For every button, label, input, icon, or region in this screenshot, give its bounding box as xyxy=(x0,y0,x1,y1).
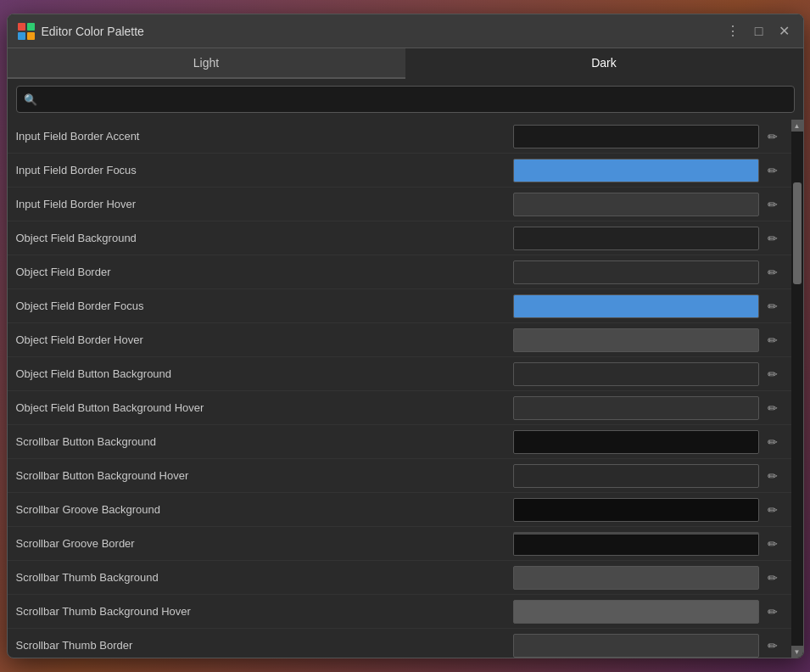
color-swatch[interactable] xyxy=(513,227,759,250)
color-swatch[interactable] xyxy=(513,600,759,624)
item-label: Scrollbar Groove Border xyxy=(16,537,513,550)
item-label: Scrollbar Thumb Background xyxy=(16,571,513,584)
scrollbar-thumb[interactable] xyxy=(793,182,802,284)
list-item: Scrollbar Groove Background✏ xyxy=(8,493,791,527)
color-swatch[interactable] xyxy=(513,362,759,386)
eyedropper-button[interactable]: ✏ xyxy=(763,296,783,316)
search-bar: 🔍 xyxy=(8,79,803,120)
tab-light[interactable]: Light xyxy=(8,48,405,79)
list-item: Scrollbar Thumb Background✏ xyxy=(8,561,791,595)
swatch-wrapper: ✏ xyxy=(513,328,783,352)
color-swatch[interactable] xyxy=(513,634,759,658)
swatch-wrapper: ✏ xyxy=(513,125,783,148)
list-item: Object Field Button Background Hover✏ xyxy=(8,391,791,425)
item-label: Object Field Border xyxy=(16,266,513,278)
color-swatch[interactable] xyxy=(513,125,759,148)
list-item: Scrollbar Thumb Border✏ xyxy=(8,629,791,658)
swatch-wrapper: ✏ xyxy=(513,532,783,556)
color-swatch[interactable] xyxy=(513,260,759,284)
eyedropper-button[interactable]: ✏ xyxy=(763,330,783,350)
tab-dark[interactable]: Dark xyxy=(405,48,803,79)
swatch-wrapper: ✏ xyxy=(513,260,783,284)
item-label: Object Field Background xyxy=(16,232,513,244)
title-bar-left: Editor Color Palette xyxy=(18,23,144,40)
item-label: Scrollbar Thumb Background Hover xyxy=(16,605,513,618)
swatch-wrapper: ✏ xyxy=(513,600,783,624)
swatch-wrapper: ✏ xyxy=(513,464,783,488)
list-item: Input Field Border Hover✏ xyxy=(8,188,791,221)
eyedropper-button[interactable]: ✏ xyxy=(763,126,783,147)
search-wrapper: 🔍 xyxy=(16,86,795,113)
swatch-wrapper: ✏ xyxy=(513,396,783,420)
eyedropper-button[interactable]: ✏ xyxy=(763,568,783,588)
item-label: Object Field Border Focus xyxy=(16,300,513,312)
color-swatch[interactable] xyxy=(513,328,759,352)
item-label: Scrollbar Groove Background xyxy=(16,503,513,516)
color-list: Input Field Border Accent✏Input Field Bo… xyxy=(8,120,791,658)
swatch-wrapper: ✏ xyxy=(513,227,783,250)
tabs: Light Dark xyxy=(8,48,803,79)
content-area: Input Field Border Accent✏Input Field Bo… xyxy=(8,120,803,658)
item-label: Input Field Border Hover xyxy=(16,198,513,210)
eyedropper-button[interactable]: ✏ xyxy=(763,602,783,622)
color-swatch[interactable] xyxy=(513,532,759,556)
list-item: Object Field Border Focus✏ xyxy=(8,289,791,323)
color-swatch[interactable] xyxy=(513,294,759,318)
list-item: Object Field Border✏ xyxy=(8,255,791,289)
scrollbar-up-button[interactable]: ▲ xyxy=(791,120,803,132)
color-swatch[interactable] xyxy=(513,430,759,454)
eyedropper-button[interactable]: ✏ xyxy=(763,160,783,181)
eyedropper-button[interactable]: ✏ xyxy=(763,432,783,452)
item-label: Scrollbar Button Background xyxy=(16,435,513,448)
eyedropper-button[interactable]: ✏ xyxy=(763,262,783,283)
swatch-wrapper: ✏ xyxy=(513,430,783,454)
eyedropper-button[interactable]: ✏ xyxy=(763,194,783,215)
scrollbar-down-button[interactable]: ▼ xyxy=(791,646,803,658)
list-item: Object Field Border Hover✏ xyxy=(8,323,791,357)
item-label: Scrollbar Button Background Hover xyxy=(16,469,513,482)
close-button[interactable]: ✕ xyxy=(775,23,793,40)
list-item: Input Field Border Accent✏ xyxy=(8,120,791,154)
eyedropper-button[interactable]: ✏ xyxy=(763,398,783,418)
swatch-wrapper: ✏ xyxy=(513,362,783,386)
eyedropper-button[interactable]: ✏ xyxy=(763,534,783,554)
maximize-button[interactable]: □ xyxy=(751,23,767,40)
swatch-wrapper: ✏ xyxy=(513,566,783,590)
list-item: Input Field Border Focus✏ xyxy=(8,154,791,188)
eyedropper-button[interactable]: ✏ xyxy=(763,466,783,486)
item-label: Object Field Border Hover xyxy=(16,333,513,346)
swatch-wrapper: ✏ xyxy=(513,498,783,522)
swatch-wrapper: ✏ xyxy=(513,159,783,182)
item-label: Scrollbar Thumb Border xyxy=(16,639,513,652)
menu-button[interactable]: ⋮ xyxy=(723,23,743,40)
list-item: Scrollbar Thumb Background Hover✏ xyxy=(8,595,791,629)
item-label: Input Field Border Accent xyxy=(16,130,513,143)
search-icon: 🔍 xyxy=(24,93,37,106)
swatch-wrapper: ✏ xyxy=(513,634,783,658)
list-item: Scrollbar Button Background✏ xyxy=(8,425,791,459)
scrollbar-groove xyxy=(791,132,803,658)
list-item: Object Field Background✏ xyxy=(8,221,791,255)
color-swatch[interactable] xyxy=(513,566,759,590)
color-swatch[interactable] xyxy=(513,159,759,182)
editor-color-palette-window: Editor Color Palette ⋮ □ ✕ Light Dark 🔍 … xyxy=(7,14,804,658)
list-item: Scrollbar Button Background Hover✏ xyxy=(8,459,791,493)
color-swatch[interactable] xyxy=(513,193,759,216)
swatch-wrapper: ✏ xyxy=(513,294,783,318)
scrollbar-track: ▲ ▼ xyxy=(791,120,803,658)
eyedropper-button[interactable]: ✏ xyxy=(763,228,783,249)
title-bar-right: ⋮ □ ✕ xyxy=(723,23,793,40)
eyedropper-button[interactable]: ✏ xyxy=(763,636,783,656)
color-swatch[interactable] xyxy=(513,396,759,420)
list-item: Object Field Button Background✏ xyxy=(8,357,791,391)
eyedropper-button[interactable]: ✏ xyxy=(763,364,783,384)
swatch-wrapper: ✏ xyxy=(513,193,783,216)
item-label: Object Field Button Background xyxy=(16,367,513,380)
color-swatch[interactable] xyxy=(513,498,759,522)
window-title: Editor Color Palette xyxy=(42,25,144,38)
eyedropper-button[interactable]: ✏ xyxy=(763,500,783,520)
item-label: Input Field Border Focus xyxy=(16,164,513,176)
search-input[interactable] xyxy=(42,90,787,109)
color-swatch[interactable] xyxy=(513,464,759,488)
item-label: Object Field Button Background Hover xyxy=(16,401,513,414)
